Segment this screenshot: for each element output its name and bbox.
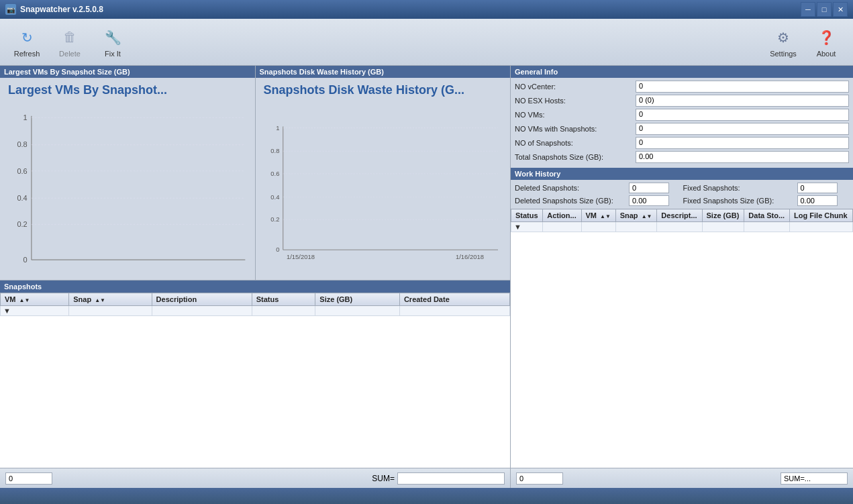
wh-filter-row: ▼ — [511, 222, 853, 232]
vms-label: NO VMs: — [515, 111, 636, 119]
col-created-date[interactable]: Created Date — [399, 293, 509, 306]
wh-col-snap[interactable]: Snap ▲▼ — [615, 209, 657, 222]
left-chart-container: Largest VMs By Snapshot Size (GB) Larges… — [0, 66, 256, 280]
wh-col-status[interactable]: Status — [511, 209, 543, 222]
vms-value: 0 — [636, 109, 849, 121]
svg-text:1: 1 — [276, 124, 279, 132]
fixit-label: Fix It — [105, 50, 121, 58]
work-history-header: Work History — [511, 168, 853, 180]
wh-filter-status[interactable]: ▼ — [511, 222, 543, 232]
svg-text:0.4: 0.4 — [270, 193, 279, 201]
vcenter-label: NO vCenter: — [515, 83, 636, 91]
work-history-section: Work History Deleted Snapshots: 0 Fixed … — [511, 168, 853, 488]
svg-text:0.4: 0.4 — [17, 194, 27, 202]
about-button[interactable]: ❓ About — [805, 22, 848, 62]
left-chart-header: Largest VMs By Snapshot Size (GB) — [0, 66, 255, 78]
left-panel: Largest VMs By Snapshot Size (GB) Larges… — [0, 66, 511, 488]
main-content: Largest VMs By Snapshot Size (GB) Larges… — [0, 66, 853, 488]
wh-col-action[interactable]: Action... — [543, 209, 581, 222]
filter-description — [152, 306, 252, 316]
wh-vm-sort-icon: ▲▼ — [600, 213, 611, 219]
right-chart-header: Snapshots Disk Waste History (GB) — [256, 66, 511, 78]
work-history-table: Status Action... VM ▲▼ Snap ▲▼ Descript.… — [511, 209, 853, 232]
snapshots-tbody: ▼ — [1, 306, 510, 316]
wh-col-log[interactable]: Log File Chunk — [790, 209, 853, 222]
work-count-input[interactable] — [516, 472, 563, 485]
delete-button[interactable]: 🗑 Delete — [48, 22, 91, 62]
svg-text:0.6: 0.6 — [17, 167, 27, 175]
wh-col-vm[interactable]: VM ▲▼ — [581, 209, 615, 222]
refresh-label: Refresh — [14, 50, 40, 58]
left-chart-area: 1 0.8 0.6 0.4 0.2 0 — [0, 100, 255, 280]
close-button[interactable]: ✕ — [833, 2, 848, 17]
info-esx: NO ESX Hosts: 0 (0) — [515, 95, 849, 107]
refresh-button[interactable]: ↻ Refresh — [5, 22, 48, 62]
general-info-header: General Info — [511, 66, 853, 78]
wh-filter-size — [702, 222, 744, 232]
svg-text:0.2: 0.2 — [270, 215, 279, 223]
filter-size — [315, 306, 400, 316]
esx-value: 0 (0) — [636, 95, 849, 107]
snapshots-table-container[interactable]: VM ▲▼ Snap ▲▼ Description Status Size (G… — [0, 293, 510, 468]
col-size[interactable]: Size (GB) — [315, 293, 400, 306]
work-bottom-bar — [511, 468, 853, 488]
right-chart-container: Snapshots Disk Waste History (GB) Snapsh… — [256, 66, 511, 280]
fixit-button[interactable]: 🔧 Fix It — [91, 22, 134, 62]
right-chart-title: Snapshots Disk Waste History (G... — [256, 78, 511, 100]
num-snaps-label: NO of Snapshots: — [515, 139, 636, 147]
wh-filter-vm — [581, 222, 615, 232]
toolbar: ↻ Refresh 🗑 Delete 🔧 Fix It ⚙ Settings ❓… — [0, 19, 853, 66]
snap-sum-input[interactable] — [397, 472, 505, 485]
snap-sort-icon: ▲▼ — [95, 297, 105, 303]
work-sum-input[interactable] — [781, 472, 848, 485]
wh-col-desc[interactable]: Descript... — [657, 209, 702, 222]
info-num-snaps: NO of Snapshots: 0 — [515, 137, 849, 149]
left-chart-svg: 1 0.8 0.6 0.4 0.2 0 — [3, 103, 250, 277]
deleted-size-label: Deleted Snapshots Size (GB): — [515, 197, 629, 205]
filter-created — [399, 306, 509, 316]
charts-row: Largest VMs By Snapshot Size (GB) Larges… — [0, 66, 510, 281]
fixed-snaps-label: Fixed Snapshots: — [683, 184, 797, 192]
wh-filter-datastore — [744, 222, 790, 232]
settings-button[interactable]: ⚙ Settings — [762, 22, 805, 62]
work-history-headers: Status Action... VM ▲▼ Snap ▲▼ Descript.… — [511, 209, 853, 222]
general-info-grid: NO vCenter: 0 NO ESX Hosts: 0 (0) NO VMs… — [511, 78, 853, 168]
refresh-icon: ↻ — [16, 27, 38, 48]
col-snap[interactable]: Snap ▲▼ — [69, 293, 152, 306]
app-title: Snapwatcher v.2.5.0.8 — [20, 5, 103, 14]
snapshots-column-headers: VM ▲▼ Snap ▲▼ Description Status Size (G… — [1, 293, 510, 306]
esx-label: NO ESX Hosts: — [515, 97, 636, 105]
window-controls: ─ □ ✕ — [801, 2, 848, 17]
wh-filter-icon: ▼ — [514, 223, 521, 231]
info-vcenter: NO vCenter: 0 — [515, 81, 849, 93]
delete-label: Delete — [59, 50, 81, 58]
snapshots-header: Snapshots — [0, 281, 510, 293]
fixed-size-value: 0.00 — [797, 195, 838, 206]
fixed-size-label: Fixed Snapshots Size (GB): — [683, 197, 797, 205]
fixed-snaps-stat: Fixed Snapshots: 0 — [683, 183, 850, 193]
work-history-table-container[interactable]: Status Action... VM ▲▼ Snap ▲▼ Descript.… — [511, 209, 853, 468]
vm-sort-icon: ▲▼ — [19, 297, 30, 303]
wh-col-datastore[interactable]: Data Sto... — [744, 209, 790, 222]
status-bar — [0, 488, 853, 504]
settings-label: Settings — [770, 50, 797, 58]
col-status[interactable]: Status — [252, 293, 315, 306]
svg-text:0: 0 — [276, 246, 279, 253]
maximize-button[interactable]: □ — [817, 2, 832, 17]
wh-snap-sort-icon: ▲▼ — [642, 213, 652, 219]
filter-vm[interactable]: ▼ — [1, 306, 69, 316]
filter-snap — [69, 306, 152, 316]
col-vm[interactable]: VM ▲▼ — [1, 293, 69, 306]
snap-count-input[interactable] — [5, 472, 52, 485]
wh-col-size[interactable]: Size (GB) — [702, 209, 744, 222]
info-total-size: Total Snapshots Size (GB): 0.00 — [515, 151, 849, 163]
vms-snaps-label: NO VMs with Snapshots: — [515, 125, 636, 133]
snapshots-panel: Snapshots VM ▲▼ Snap ▲▼ Description Stat… — [0, 281, 510, 488]
minimize-button[interactable]: ─ — [801, 2, 815, 17]
col-description[interactable]: Description — [152, 293, 252, 306]
snap-sum-label: SUM= — [372, 474, 395, 483]
total-size-label: Total Snapshots Size (GB): — [515, 153, 636, 161]
filter-status — [252, 306, 315, 316]
deleted-snaps-value: 0 — [629, 183, 669, 193]
svg-text:0.8: 0.8 — [17, 140, 27, 148]
